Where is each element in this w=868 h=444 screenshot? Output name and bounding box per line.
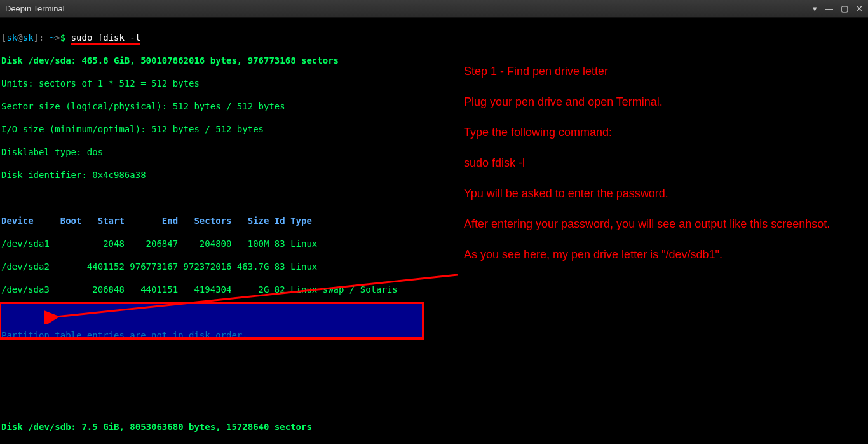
blank-line xyxy=(1,375,867,387)
annotation-cmd: sudo fdisk -l xyxy=(464,155,858,170)
table-row: /dev/sda3 206848 4401151 4194304 2G 82 L… xyxy=(1,284,867,295)
entered-command: sudo fdisk -l xyxy=(71,32,141,45)
annotation-step: Step 1 - Find pen drive letter xyxy=(464,64,858,79)
partition-warning: Partition table entries are not in disk … xyxy=(1,330,867,341)
annotation-see: As you see here, my pen drive letter is … xyxy=(464,247,858,262)
menu-icon[interactable]: ▾ xyxy=(813,3,817,15)
prompt-line-1: [sk@sk]: ~>$ sudo fdisk -l xyxy=(1,32,867,43)
annotation-panel: Step 1 - Find pen drive letter Plug your… xyxy=(464,64,858,277)
annotation-after: After entering your password, you will s… xyxy=(464,216,858,232)
blank-line xyxy=(1,307,867,318)
annotation-plug: Plug your pen drive and open Terminal. xyxy=(464,94,858,109)
window-titlebar: Deepin Terminal ▾ — ▢ ✕ xyxy=(0,0,868,18)
maximize-icon[interactable]: ▢ xyxy=(841,3,848,15)
annotation-type: Type the following command: xyxy=(464,125,858,140)
disk-sdb-header: Disk /dev/sdb: 7.5 GiB, 8053063680 bytes… xyxy=(1,421,867,433)
annotation-pw: Ypu will be asked to enter the password. xyxy=(464,186,858,201)
window-title: Deepin Terminal xyxy=(5,3,813,15)
blank-line xyxy=(1,352,867,364)
minimize-icon[interactable]: — xyxy=(825,3,833,15)
close-icon[interactable]: ✕ xyxy=(856,3,863,15)
window-controls: ▾ — ▢ ✕ xyxy=(813,3,863,15)
blank-line xyxy=(1,398,867,410)
